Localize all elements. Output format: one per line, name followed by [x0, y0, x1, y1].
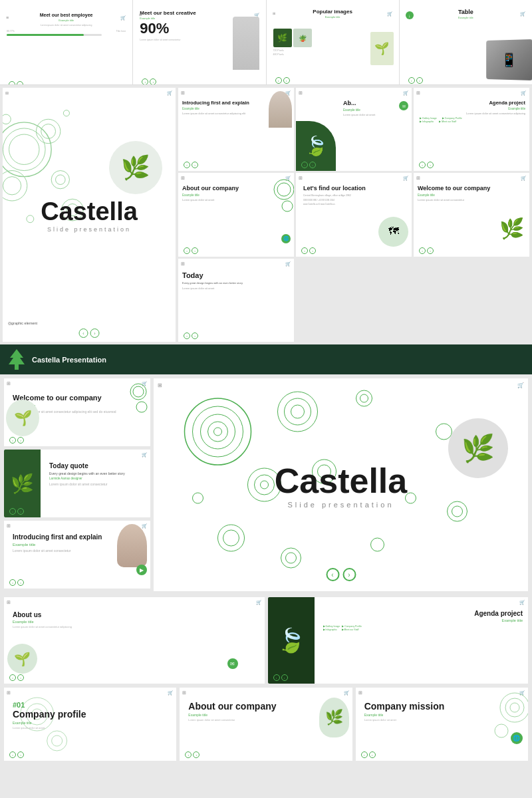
sg-nav-7: ‹ › — [184, 332, 198, 339]
mslide-cart-2: 🛒 — [142, 452, 148, 458]
mn3-l[interactable]: ‹ — [9, 579, 16, 586]
slide-location[interactable]: ⊞ 🛒 Let's find our location Central Birm… — [296, 173, 412, 256]
slide-introducing[interactable]: ⊞ 🛒 Introducing first and explain Exampl… — [178, 88, 294, 171]
slide-company-profile[interactable]: ⊞ 🛒 #01 Company profile Example title Lo… — [4, 688, 176, 761]
vb3-text: Lorem ipsum dolor sit amet — [364, 718, 523, 722]
sg-nav-l2[interactable]: ‹ — [301, 162, 308, 168]
slide-today-quote[interactable]: ⊞ 🛒 🌿 Today quote Every great design beg… — [4, 450, 150, 517]
main-nav-right[interactable]: › — [90, 329, 100, 338]
mn2-l[interactable]: ‹ — [9, 508, 16, 515]
nav-left-2[interactable]: ‹ — [142, 78, 148, 85]
thumb2-title: Meet our best creative — [140, 10, 262, 17]
sg-nav-r2[interactable]: › — [309, 162, 316, 168]
big-castella-slide[interactable]: ⊞ 🛒 — [154, 378, 528, 591]
sg-nav-r4[interactable]: › — [192, 247, 198, 254]
big-plant-circle: 🌿 — [448, 418, 508, 478]
vb3-label: Example title — [364, 713, 523, 717]
sg-nav-l1[interactable]: ‹ — [184, 162, 190, 168]
nav-right-3[interactable]: › — [283, 77, 290, 84]
circle-deco-about — [271, 176, 294, 219]
mn2-r[interactable]: › — [17, 508, 24, 515]
thumb-creative[interactable]: 🛒 ⊞ Meet our best creative Example title… — [133, 0, 266, 85]
vb2-title: About our company — [188, 701, 346, 712]
svg-point-49 — [47, 731, 67, 751]
slide5-phone: 0000 0000 880 / +63 90 5596 2344 — [303, 199, 408, 201]
grid-icon-3: ⊞ — [273, 11, 275, 15]
mn1-r[interactable]: › — [17, 437, 24, 444]
svg-point-0 — [3, 122, 51, 177]
mn1-l[interactable]: ‹ — [9, 437, 16, 444]
mslide-grid-1: ⊞ — [7, 381, 11, 386]
bottom-bar: Castella Presentation — [0, 344, 532, 374]
mslide3-nav: ‹ › — [9, 579, 24, 586]
slide-about-us[interactable]: ⊞ 🛒 About us Example title Lorem ipsum d… — [4, 597, 265, 684]
slide1-title: Introducing first and explain — [182, 100, 290, 106]
vbn1-l[interactable]: ‹ — [9, 751, 16, 758]
sg-nav-r7[interactable]: › — [192, 332, 198, 339]
slide-today-r[interactable]: ⊞ 🛒 Today Every great design begins with… — [178, 259, 294, 342]
sg-nav-l6[interactable]: ‹ — [419, 247, 426, 254]
thumb-employee[interactable]: 🛒 ≡ Meet our best employee Example title… — [0, 0, 133, 85]
big-nav-left[interactable]: ‹ — [326, 568, 339, 581]
svg-point-44 — [448, 501, 467, 521]
sg-nav-l7[interactable]: ‹ — [184, 332, 190, 339]
agenda-items-1: ▶ Gallery Image▶ Company Profile ▶ Infog… — [418, 117, 525, 123]
slide-about-leaf[interactable]: ⊞ 🛒 🍃 Ab... Example title Lorem ipsum do… — [296, 88, 412, 171]
slide-intro-main[interactable]: ⊞ 🛒 Introducing first and explain Exampl… — [4, 521, 150, 589]
nav-right-1[interactable]: › — [17, 81, 23, 85]
middle-section: 🌿 Castella Slide presentation ‹ › 🛒 ⊞ ◎g… — [0, 85, 532, 344]
slide-company-mission[interactable]: ⊞ 🛒 🌐 Company mission Example title Lore… — [356, 688, 528, 761]
slide-agenda[interactable]: ⊞ 🛒 Agenda project Example title Lorem i… — [414, 88, 529, 171]
bs1-text: Lorem ipsum dolor sit amet consectetur a… — [13, 625, 259, 629]
slide-about-company[interactable]: ⊞ 🛒 About our company Example title Lore… — [178, 173, 294, 256]
sg-nav-l4[interactable]: ‹ — [184, 247, 190, 254]
nav-left-1[interactable]: ‹ — [9, 81, 15, 85]
bsn2-r[interactable]: › — [281, 674, 288, 681]
vbn3-l[interactable]: ‹ — [361, 751, 368, 758]
vbn2-l[interactable]: ‹ — [185, 751, 192, 758]
mn3-r[interactable]: › — [17, 579, 24, 586]
slide-about-company-vb[interactable]: ⊞ 🛒 🌿 About our company Example title Lo… — [180, 688, 352, 761]
slide6-text: Lorem ipsum dolor sit amet consectetur — [418, 198, 525, 202]
bsn1-l[interactable]: ‹ — [9, 674, 16, 681]
thumb1-progress — [7, 34, 102, 36]
sg-grid-3: ⊞ — [416, 90, 420, 96]
vbn3-r[interactable]: › — [369, 751, 376, 758]
bs1-label: Example title — [13, 620, 259, 624]
thumb-popular[interactable]: 🛒 ⊞ Popular images Example title 🌿 🪴 720… — [267, 0, 400, 85]
slide-welcome-r[interactable]: ⊞ 🛒 Welcome to our company Example title… — [414, 173, 529, 256]
nav-left-4[interactable]: ‹ — [408, 77, 415, 84]
slide-agenda-bottom[interactable]: ⊞ 🛒 🍃 Agenda project Example title ▶ Gal… — [268, 597, 529, 684]
big-nav-right[interactable]: › — [342, 568, 356, 581]
sg-nav-l5[interactable]: ‹ — [301, 247, 308, 254]
nav-right-2[interactable]: › — [150, 78, 156, 85]
sg-nav-r6[interactable]: › — [427, 247, 434, 254]
sg-nav-l3[interactable]: ‹ — [419, 162, 426, 168]
main-castella-slide[interactable]: 🌿 Castella Slide presentation ‹ › 🛒 ⊞ ◎g… — [3, 88, 176, 342]
thumb3-plant: 🌱 — [370, 32, 394, 65]
big-leaf-agenda: 🍃 — [268, 597, 315, 684]
bsn1-r[interactable]: › — [17, 674, 24, 681]
mslide2-quote: Every great design begins with an even b… — [49, 471, 145, 476]
plant-about-us: 🌱 — [7, 644, 37, 674]
sg-nav-r3[interactable]: › — [427, 162, 434, 168]
bs-cart-1: 🛒 — [256, 600, 262, 605]
bs2-title: Agenda project — [323, 609, 523, 618]
sg-nav-r5[interactable]: › — [309, 247, 316, 254]
bsn2-l[interactable]: ‹ — [273, 674, 280, 681]
slide-welcome-main[interactable]: ⊞ 🛒 Welcome to our company Example title… — [4, 378, 150, 446]
main-nav-left[interactable]: ‹ — [79, 329, 88, 338]
sg-nav-r1[interactable]: › — [192, 162, 198, 168]
mslide1-nav: ‹ › — [9, 437, 24, 444]
thumb2-nav: ‹ › — [142, 78, 156, 85]
nav-right-4[interactable]: › — [416, 77, 423, 84]
vbn1-r[interactable]: › — [17, 751, 24, 758]
svg-point-26 — [278, 392, 318, 432]
slide7-text: Lorem ipsum dolor sit amet — [182, 287, 290, 291]
sg-nav-2: ‹ › — [301, 162, 316, 168]
thumb-table[interactable]: 🛒 ↓ Table Example title 📱 ‹ › — [400, 0, 532, 85]
top-thumbnail-row: 🛒 ≡ Meet our best employee Example title… — [0, 0, 532, 85]
thumb1-label2: Title here — [116, 30, 126, 33]
vbn2-r[interactable]: › — [193, 751, 200, 758]
nav-left-3[interactable]: ‹ — [275, 77, 282, 84]
